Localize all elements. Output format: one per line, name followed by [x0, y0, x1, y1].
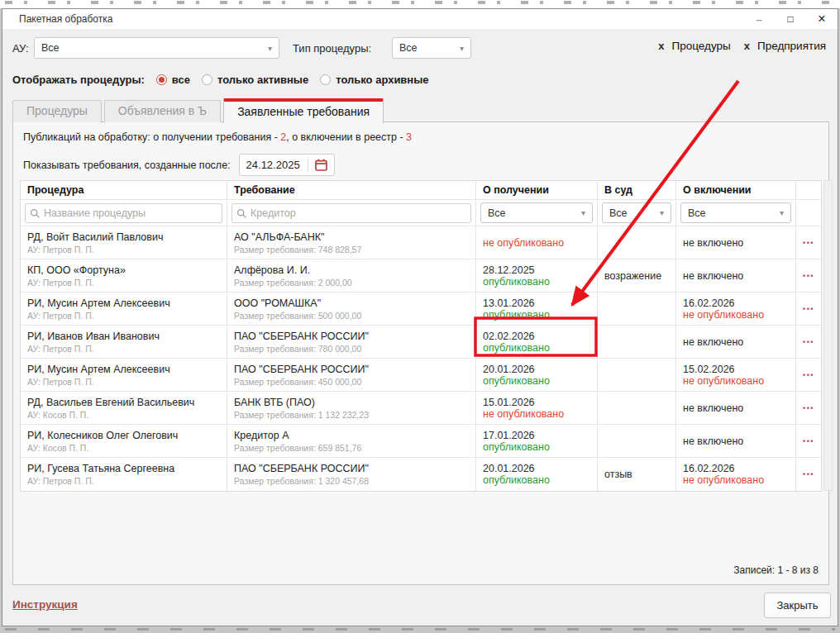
- claim-cell: АО "АЛЬФА-БАНК" Размер требования: 748 8…: [227, 226, 476, 259]
- radio-option-2[interactable]: только архивные: [320, 74, 428, 86]
- row-actions-button[interactable]: •••: [803, 470, 814, 478]
- procedure-name: РИ, Мусин Артем Алексеевич: [27, 364, 220, 375]
- procedure-name: РИ, Колесников Олег Олегович: [27, 430, 220, 441]
- procedure-cell: РИ, Колесников Олег Олегович АУ: Косов П…: [21, 425, 227, 458]
- inclusion-filter-select[interactable]: Все ▾: [680, 202, 791, 223]
- calendar-icon[interactable]: [308, 159, 327, 171]
- maximize-icon[interactable]: □: [775, 9, 806, 29]
- status-date: 16.02.2026: [683, 297, 789, 309]
- search-icon: [30, 208, 41, 219]
- window-title: Пакетная обработка: [19, 13, 112, 25]
- column-header-received: О получении: [476, 181, 598, 200]
- claim-amount: Размер требования: 2 000,00: [234, 278, 469, 288]
- creditor-search-input[interactable]: [231, 203, 471, 223]
- x-icon: x: [744, 40, 750, 52]
- claim-amount: Размер требования: 748 828,57: [234, 245, 469, 255]
- procedure-manager: АУ: Петров П. П.: [27, 476, 220, 486]
- batch-processing-window: Пакетная обработка – □ × АУ: Все ▾ Тип п…: [2, 8, 838, 626]
- instruction-link[interactable]: Инструкция: [12, 598, 78, 611]
- au-label: АУ:: [12, 42, 29, 55]
- creditor-name: ПАО "СБЕРБАНК РОССИИ": [234, 364, 469, 375]
- procedure-name: РИ, Иванов Иван Иванович: [27, 331, 220, 342]
- close-icon[interactable]: ×: [806, 9, 838, 29]
- procedure-name: РИ, Мусин Артем Алексеевич: [27, 297, 220, 309]
- inclusion-filter-value: Все: [688, 207, 706, 219]
- row-actions-button[interactable]: •••: [803, 239, 814, 247]
- row-actions-button[interactable]: •••: [803, 272, 814, 280]
- row-actions-button[interactable]: •••: [803, 305, 814, 313]
- procedure-manager: АУ: Петров П. П.: [27, 344, 220, 354]
- status-text: не опубликовано: [483, 408, 590, 420]
- actions-cell: •••: [796, 458, 821, 491]
- radio-option-0[interactable]: все: [156, 74, 190, 86]
- received-cell: 20.01.2026опубликовано: [476, 458, 598, 491]
- received-cell: не опубликовано: [476, 226, 598, 259]
- inclusion-cell: не включено: [676, 425, 796, 458]
- court-cell: отзыв: [598, 458, 676, 491]
- received-cell: 13.01.2026опубликовано: [476, 293, 598, 326]
- table-row: РИ, Мусин Артем Алексеевич АУ: Петров П.…: [21, 359, 821, 392]
- close-button[interactable]: Закрыть: [764, 593, 831, 618]
- actions-cell: •••: [796, 226, 821, 259]
- row-actions-button[interactable]: •••: [803, 371, 814, 379]
- creditor-name: Кредитор А: [234, 430, 469, 441]
- status-text: не включено: [683, 270, 789, 282]
- publications-summary: Публикаций на обработку: о получении тре…: [23, 131, 412, 143]
- claim-amount: Размер требования: 500 000,00: [234, 311, 469, 321]
- table-row: РИ, Гусева Татьяна Сергеевна АУ: Петров …: [21, 458, 821, 491]
- status-text: не включено: [683, 435, 789, 447]
- column-header-actions: [796, 181, 821, 200]
- minimize-icon[interactable]: –: [743, 9, 775, 29]
- creditor-name: БАНК ВТБ (ПАО): [234, 397, 469, 408]
- clear-enterprises-button[interactable]: x Предприятия: [744, 40, 826, 52]
- actions-cell: •••: [796, 392, 821, 425]
- claim-amount: Размер требования: 1 320 457,68: [234, 476, 469, 486]
- radio-group: все только активные только архивные: [156, 74, 429, 86]
- court-cell: [598, 392, 676, 425]
- summary-text: , о включении в реестр -: [286, 131, 406, 143]
- table-row: КП, ООО «Фортуна» АУ: Петров П. П. Алфёр…: [21, 259, 821, 293]
- tab-2[interactable]: Заявленные требования: [223, 98, 384, 123]
- claim-cell: Алфёрова И. И. Размер требования: 2 000,…: [227, 259, 476, 293]
- table-scrollbar[interactable]: [823, 180, 833, 491]
- claim-cell: БАНК ВТБ (ПАО) Размер требования: 1 132 …: [227, 392, 476, 425]
- radio-icon: [320, 74, 331, 85]
- claim-cell: ООО "РОМАШКА" Размер требования: 500 000…: [227, 293, 476, 326]
- creditor-name: Алфёрова И. И.: [234, 264, 469, 276]
- status-text: не опубликовано: [683, 375, 789, 387]
- procedure-name: РД, Войт Василий Павлович: [27, 231, 220, 243]
- chevron-down-icon: ▾: [268, 44, 272, 53]
- tab-1[interactable]: Объявления в Ъ: [104, 100, 221, 122]
- display-procedures-row: Отображать процедуры: все только активны…: [12, 74, 429, 86]
- status-text: опубликовано: [483, 441, 590, 453]
- procedure-type-select[interactable]: Все ▾: [392, 37, 471, 59]
- chevron-down-icon: ▾: [460, 44, 464, 53]
- status-date: 15.01.2026: [483, 397, 590, 408]
- radio-option-1[interactable]: только активные: [202, 74, 308, 86]
- procedure-cell: РД, Войт Василий Павлович АУ: Петров П. …: [21, 226, 227, 259]
- row-actions-button[interactable]: •••: [803, 404, 814, 412]
- date-input[interactable]: 24.12.2025: [239, 154, 335, 176]
- received-filter-select[interactable]: Все ▾: [480, 202, 593, 223]
- court-filter-value: Все: [609, 207, 628, 219]
- procedure-cell: КП, ООО «Фортуна» АУ: Петров П. П.: [21, 259, 227, 293]
- inclusion-cell: не включено: [676, 259, 796, 293]
- court-filter-select[interactable]: Все ▾: [602, 202, 671, 223]
- table-row: РИ, Иванов Иван Иванович АУ: Петров П. П…: [21, 326, 821, 359]
- display-procedures-label: Отображать процедуры:: [12, 74, 145, 86]
- procedure-name: РИ, Гусева Татьяна Сергеевна: [27, 463, 220, 474]
- au-select[interactable]: Все ▾: [34, 37, 279, 59]
- status-date: 02.02.2026: [483, 331, 590, 342]
- tab-0[interactable]: Процедуры: [12, 100, 102, 122]
- procedure-manager: АУ: Косов П. П.: [27, 443, 220, 453]
- status-text: опубликовано: [483, 375, 590, 387]
- chevron-down-icon: ▾: [581, 208, 585, 217]
- procedure-cell: РД, Васильев Евгений Васильевич АУ: Косо…: [21, 392, 227, 425]
- row-actions-button[interactable]: •••: [803, 338, 814, 346]
- search-icon: [236, 208, 247, 219]
- row-actions-button[interactable]: •••: [803, 437, 814, 445]
- window-controls: – □ ×: [743, 9, 838, 29]
- clear-procedures-button[interactable]: x Процедуры: [658, 40, 730, 52]
- procedure-search-input[interactable]: [25, 203, 222, 223]
- top-filter-row: АУ: Все ▾ Тип процедуры: Все ▾ x Процеду…: [2, 37, 838, 60]
